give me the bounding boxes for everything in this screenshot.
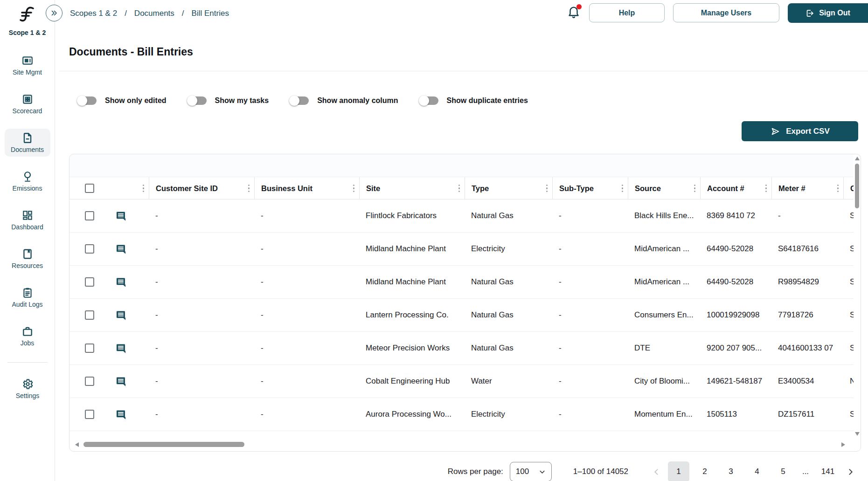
header-account[interactable]: Account # bbox=[700, 177, 771, 199]
cell-source: MidAmerican ... bbox=[628, 244, 700, 254]
column-menu-icon[interactable] bbox=[694, 185, 696, 192]
header-g-truncated[interactable]: G bbox=[843, 177, 854, 199]
sidebar-collapse-button[interactable] bbox=[46, 5, 62, 21]
cell-site: Aurora Processing Wo... bbox=[359, 410, 465, 419]
show-my-tasks-switch[interactable] bbox=[187, 95, 207, 106]
breadcrumb-scopes[interactable]: Scopes 1 & 2 bbox=[70, 9, 117, 18]
comment-icon[interactable] bbox=[115, 309, 127, 322]
table-row[interactable]: - - Lantern Processing Co. Natural Gas -… bbox=[69, 299, 854, 332]
scope-label: Scope 1 & 2 bbox=[0, 29, 55, 36]
cell-business-unit: - bbox=[254, 277, 359, 287]
page-number-3[interactable]: 3 bbox=[720, 461, 742, 481]
column-menu-icon[interactable] bbox=[353, 185, 355, 192]
help-button[interactable]: Help bbox=[589, 3, 665, 22]
next-page-button[interactable] bbox=[841, 462, 860, 481]
column-label: Site bbox=[366, 184, 380, 193]
sidebar-item-site-mgmt[interactable]: Site Mgmt bbox=[5, 51, 50, 79]
select-all-checkbox[interactable] bbox=[85, 184, 94, 193]
scroll-right-arrow-icon[interactable] bbox=[841, 442, 845, 447]
cell-meter: - bbox=[771, 211, 843, 220]
show-only-edited-switch[interactable] bbox=[77, 95, 97, 106]
row-checkbox[interactable] bbox=[85, 211, 94, 220]
sidebar-item-settings[interactable]: Settings bbox=[5, 375, 50, 403]
sidebar-item-jobs[interactable]: Jobs bbox=[5, 322, 50, 350]
row-checkbox[interactable] bbox=[85, 310, 94, 320]
cell-customer-site-id: - bbox=[149, 277, 254, 287]
table-row[interactable]: - - Cobalt Engineering Hub Water - City … bbox=[69, 365, 854, 398]
header-customer-site-id[interactable]: Customer Site ID bbox=[149, 177, 254, 199]
bill-entries-table: Customer Site ID Business Unit Site Type… bbox=[69, 154, 861, 452]
comment-icon[interactable] bbox=[115, 276, 127, 289]
notifications-button[interactable] bbox=[567, 5, 583, 21]
column-menu-icon[interactable] bbox=[546, 185, 548, 192]
column-label: Type bbox=[472, 184, 489, 193]
row-checkbox[interactable] bbox=[85, 410, 94, 419]
cell-site: Lantern Processing Co. bbox=[359, 310, 465, 320]
page-number-5[interactable]: 5 bbox=[772, 461, 794, 481]
header-source[interactable]: Source bbox=[628, 177, 700, 199]
export-csv-button[interactable]: Export CSV bbox=[742, 121, 858, 141]
chevron-down-icon bbox=[539, 468, 546, 475]
horizontal-scrollbar-thumb[interactable] bbox=[83, 442, 244, 447]
sidebar-item-resources[interactable]: Resources bbox=[5, 245, 50, 273]
page-number-2[interactable]: 2 bbox=[694, 461, 715, 481]
scroll-down-arrow-icon[interactable] bbox=[855, 432, 860, 436]
scroll-left-arrow-icon[interactable] bbox=[75, 442, 79, 447]
table-row[interactable]: - - Flintlock Fabricators Natural Gas - … bbox=[69, 199, 854, 233]
vertical-scrollbar-thumb[interactable] bbox=[855, 164, 859, 208]
cell-customer-site-id: - bbox=[149, 244, 254, 254]
header-business-unit[interactable]: Business Unit bbox=[254, 177, 359, 199]
column-menu-icon[interactable] bbox=[622, 185, 624, 192]
cell-account: 64490-52028 bbox=[700, 277, 771, 287]
sidebar-item-emissions[interactable]: Emissions bbox=[5, 167, 50, 195]
breadcrumb: Scopes 1 & 2 / Documents / Bill Entries bbox=[70, 9, 229, 18]
table-row[interactable]: - - Meteor Precision Works Natural Gas -… bbox=[69, 332, 854, 365]
row-checkbox[interactable] bbox=[85, 277, 94, 287]
column-menu-icon[interactable] bbox=[458, 185, 460, 192]
table-row[interactable]: - - Midland Machine Plant Electricity - … bbox=[69, 233, 854, 266]
sidebar-item-audit-logs[interactable]: Audit Logs bbox=[5, 283, 50, 311]
cell-business-unit: - bbox=[254, 211, 359, 220]
header-meter[interactable]: Meter # bbox=[771, 177, 843, 199]
scroll-up-arrow-icon[interactable] bbox=[855, 157, 860, 160]
page-number-4[interactable]: 4 bbox=[746, 461, 768, 481]
column-menu-icon[interactable] bbox=[765, 185, 767, 192]
header-site[interactable]: Site bbox=[359, 177, 465, 199]
comment-icon[interactable] bbox=[115, 210, 127, 222]
header-type[interactable]: Type bbox=[465, 177, 552, 199]
sidebar-item-label: Resources bbox=[12, 262, 43, 269]
column-menu-icon[interactable] bbox=[248, 185, 250, 192]
horizontal-scrollbar[interactable] bbox=[69, 438, 854, 451]
row-checkbox[interactable] bbox=[85, 344, 94, 353]
rows-per-page-select[interactable]: 100 bbox=[510, 462, 552, 481]
column-menu-icon[interactable] bbox=[143, 185, 145, 192]
previous-page-button[interactable] bbox=[647, 462, 666, 481]
sign-out-button[interactable]: Sign Out bbox=[788, 3, 868, 23]
header-sub-type[interactable]: Sub-Type bbox=[552, 177, 628, 199]
column-label: Meter # bbox=[778, 184, 806, 193]
cell-type: Water bbox=[465, 377, 552, 386]
breadcrumb-bill-entries[interactable]: Bill Entries bbox=[192, 9, 229, 18]
toggle-show-anomaly-column: Show anomaly column bbox=[289, 95, 398, 106]
page-number-141[interactable]: 141 bbox=[817, 461, 839, 481]
table-row[interactable]: - - Midland Machine Plant Natural Gas - … bbox=[69, 266, 854, 299]
cell-account: 9200 207 905... bbox=[700, 344, 771, 353]
comment-icon[interactable] bbox=[115, 408, 127, 421]
comment-icon[interactable] bbox=[115, 342, 127, 355]
sidebar-item-scorecard[interactable]: Scorecard bbox=[5, 90, 50, 118]
row-checkbox[interactable] bbox=[85, 244, 94, 254]
row-checkbox[interactable] bbox=[85, 377, 94, 386]
show-duplicate-entries-switch[interactable] bbox=[419, 95, 438, 106]
comment-icon[interactable] bbox=[115, 375, 127, 388]
breadcrumb-documents[interactable]: Documents bbox=[134, 9, 174, 18]
show-anomaly-column-switch[interactable] bbox=[289, 95, 309, 106]
sidebar-item-documents[interactable]: Documents bbox=[5, 129, 50, 157]
pagination-range: 1–100 of 14052 bbox=[573, 467, 628, 476]
table-row[interactable]: - - Aurora Processing Wo... Electricity … bbox=[69, 398, 854, 431]
column-menu-icon[interactable] bbox=[837, 185, 839, 192]
page-number-1[interactable]: 1 bbox=[668, 461, 689, 481]
sidebar-item-dashboard[interactable]: Dashboard bbox=[5, 206, 50, 234]
manage-users-button[interactable]: Manage Users bbox=[673, 3, 779, 22]
comment-icon[interactable] bbox=[115, 243, 127, 255]
vertical-scrollbar[interactable] bbox=[854, 154, 861, 438]
